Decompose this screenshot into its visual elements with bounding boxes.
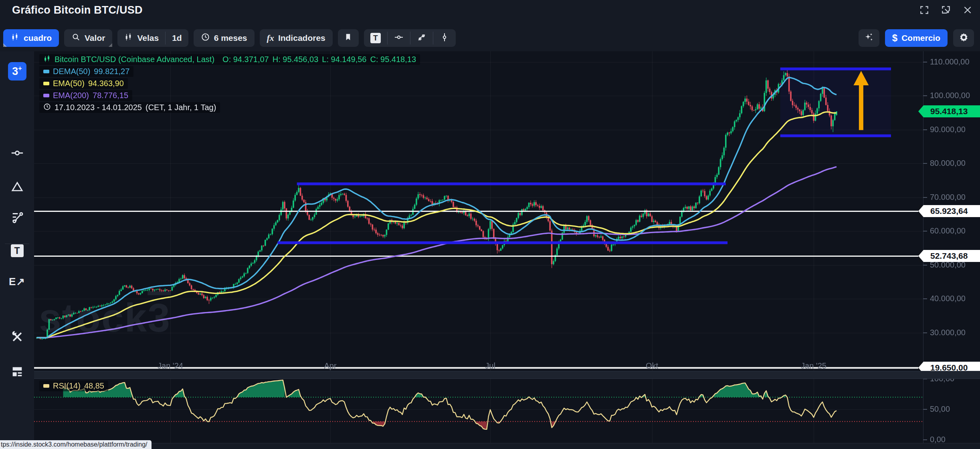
event-arrow-icon: E↗	[9, 276, 25, 288]
chart-type-interval-group: Velas 1d	[117, 29, 188, 47]
y-axis-label: 80.000,00	[930, 159, 966, 168]
ohlc-high: H: 95.456,03	[273, 55, 319, 64]
x-axis-label: Apr	[324, 361, 336, 370]
settings-button[interactable]	[953, 29, 974, 47]
legend-daterange-row: 17.10.2023 - 14.01.2025 (CET, 1 Jahr, 1 …	[39, 102, 220, 113]
x-axis-label: Okt	[646, 361, 658, 370]
curve-tool-icon	[417, 32, 426, 44]
tools-icon	[10, 330, 24, 345]
chart-type-label: Velas	[137, 33, 159, 43]
indicators-button[interactable]: fx Indicadores	[260, 29, 333, 47]
dollar-icon: $	[892, 32, 897, 44]
sidebar-item-triangle-pattern[interactable]	[0, 177, 34, 197]
ohlc-low: L: 94.149,56	[322, 55, 366, 64]
clock-icon	[43, 103, 51, 113]
horizontal-line-tool-button[interactable]	[388, 29, 410, 47]
date-range-button[interactable]: 6 meses	[194, 29, 255, 47]
chart-area: stock3 Bitcoin BTC/USD (Coinbase Advance…	[34, 51, 980, 443]
ema200-value: 78.776,15	[93, 91, 128, 100]
y-axis-label: 110.000,00	[930, 57, 970, 66]
x-axis-label: Jan '25	[801, 361, 826, 370]
price-level-badge: 52.743,68	[923, 250, 980, 262]
ema50-value: 94.363,90	[88, 79, 124, 88]
last-price-badge: 95.418,13	[923, 105, 980, 117]
toolbar: cuadro Valor Velas 1d 6 meses	[3, 29, 456, 47]
titlebar: Gráfico Bitcoin BTC/USD	[0, 0, 980, 19]
chart-layout-button[interactable]: cuadro	[3, 29, 59, 47]
dema-name: DEMA(50)	[53, 67, 90, 76]
y-axis-label: 30.000,00	[930, 328, 966, 337]
fx-icon: fx	[267, 33, 274, 43]
sidebar-item-trend-analysis[interactable]	[0, 208, 34, 228]
vertical-line-tool-button[interactable]	[433, 29, 456, 47]
chart-type-button[interactable]: Velas	[117, 29, 165, 47]
ohlc-close: C: 95.418,13	[370, 55, 416, 64]
watermark: stock3	[39, 295, 171, 341]
triangle-icon	[10, 180, 24, 195]
layout-icon	[10, 365, 24, 380]
clock-icon	[201, 32, 210, 44]
ohlc-open: O: 94.371,07	[222, 55, 269, 64]
search-icon	[71, 32, 81, 44]
legend-ema200-row[interactable]: EMA(200) 78.776,15	[39, 90, 132, 101]
symbol-search-label: Valor	[85, 33, 105, 43]
sparkles-icon	[864, 32, 873, 44]
sidebar-item-layout[interactable]	[0, 362, 34, 383]
candlestick-icon	[124, 32, 133, 44]
candlestick-icon	[43, 55, 51, 64]
interval-label: 1d	[172, 33, 182, 43]
window-controls	[918, 4, 974, 16]
ema200-swatch-icon	[43, 94, 49, 97]
sidebar-item-stock3[interactable]: 3+	[0, 61, 34, 81]
vertical-line-icon	[440, 32, 449, 44]
bookmark-templates-button[interactable]	[338, 29, 359, 47]
text-tool-button[interactable]: T	[364, 29, 387, 47]
dema-swatch-icon	[43, 70, 49, 73]
pane-separator[interactable]	[34, 371, 980, 379]
y-axis-label: 40.000,00	[930, 294, 966, 303]
trading-app-window: Gráfico Bitcoin BTC/USD cuadro Valor	[0, 0, 980, 449]
legend-dema-row[interactable]: DEMA(50) 99.821,27	[39, 66, 133, 77]
fullscreen-icon[interactable]	[918, 4, 930, 16]
sidebar-item-tools[interactable]	[0, 328, 34, 348]
page-title: Gráfico Bitcoin BTC/USD	[12, 4, 143, 16]
rsi-swatch-icon	[43, 384, 49, 388]
resize-window-icon[interactable]	[940, 4, 952, 16]
rsi-value: 48,85	[84, 381, 104, 391]
divider	[5, 244, 29, 244]
interval-button[interactable]: 1d	[166, 29, 188, 47]
text-tool-icon: T	[11, 244, 24, 257]
curve-tool-button[interactable]	[410, 29, 433, 47]
trade-button[interactable]: $ Comercio	[885, 29, 948, 47]
bookmark-icon	[344, 32, 353, 44]
gear-icon	[959, 32, 968, 44]
close-icon[interactable]	[962, 4, 974, 16]
rsi-axis-label: 0,00	[930, 435, 946, 444]
symbol-search-button[interactable]: Valor	[64, 29, 112, 47]
legend-rsi-row[interactable]: RSI(14) 48,85	[39, 381, 108, 391]
y-axis-label: 60.000,00	[930, 226, 966, 236]
status-link-tooltip: tps://inside.stock3.com/homebase/plattfo…	[0, 440, 152, 449]
indicators-label: Indicadores	[278, 33, 325, 43]
trend-analysis-icon	[10, 210, 24, 226]
ema50-name: EMA(50)	[53, 79, 85, 88]
legend-ema50-row[interactable]: EMA(50) 94.363,90	[39, 78, 128, 89]
ai-magic-button[interactable]	[859, 29, 879, 47]
sidebar: 3+ T E↗	[0, 51, 34, 449]
stock3-logo-icon: 3+	[8, 62, 26, 81]
sidebar-item-horizontal-line[interactable]	[0, 144, 34, 164]
y-axis-label: 100.000,00	[930, 91, 970, 100]
sidebar-item-event-study[interactable]: E↗	[0, 272, 34, 292]
drawing-tools-group: T	[364, 29, 456, 47]
date-range-meta: (CET, 1 Jahr, 1 Tag)	[145, 103, 216, 112]
dema-value: 99.821,27	[94, 67, 129, 76]
x-axis-label: Jan '24	[158, 361, 183, 370]
toolbar-right: $ Comercio	[859, 29, 974, 47]
ema50-swatch-icon	[43, 82, 49, 85]
legend-symbol-row[interactable]: Bitcoin BTC/USD (Coinbase Advanced, Last…	[39, 54, 420, 65]
ema200-name: EMA(200)	[53, 91, 89, 100]
date-range-label: 6 meses	[214, 33, 247, 43]
date-range-text: 17.10.2023 - 14.01.2025	[55, 103, 142, 112]
y-axis-label: 90.000,00	[930, 125, 966, 134]
horizontal-line-icon	[10, 146, 24, 161]
